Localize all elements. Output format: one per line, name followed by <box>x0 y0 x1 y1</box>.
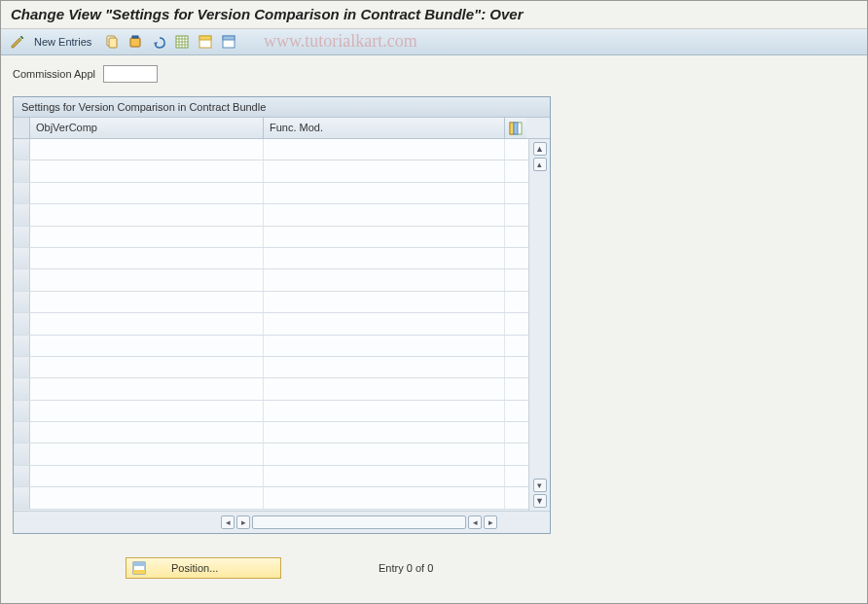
cell-funcmod[interactable] <box>264 336 505 356</box>
table-settings-icon[interactable] <box>505 118 526 138</box>
cell-objvercomp[interactable] <box>30 269 264 290</box>
row-selector[interactable] <box>14 466 30 486</box>
table-row[interactable] <box>14 487 528 509</box>
svg-rect-11 <box>514 123 518 134</box>
cell-funcmod[interactable] <box>264 357 505 377</box>
row-selector[interactable] <box>14 378 30 399</box>
cell-funcmod[interactable] <box>264 422 505 443</box>
cell-objvercomp[interactable] <box>30 487 264 508</box>
hscroll-track[interactable] <box>252 515 466 529</box>
cell-objvercomp[interactable] <box>30 357 264 377</box>
row-selector[interactable] <box>14 139 30 160</box>
row-selector[interactable] <box>14 422 30 443</box>
row-selector[interactable] <box>14 357 30 377</box>
cell-funcmod[interactable] <box>264 466 505 486</box>
row-selector[interactable] <box>14 313 30 334</box>
scroll-left-first-icon[interactable]: ◂ <box>221 515 235 529</box>
cell-funcmod[interactable] <box>264 292 505 312</box>
select-all-column[interactable] <box>14 118 30 138</box>
table-row[interactable] <box>14 139 528 160</box>
cell-funcmod[interactable] <box>264 248 505 268</box>
table-row[interactable] <box>14 422 528 444</box>
row-selector[interactable] <box>14 292 30 312</box>
table-row[interactable] <box>14 160 528 182</box>
svg-rect-13 <box>133 562 145 566</box>
table-row[interactable] <box>14 357 528 378</box>
table-row[interactable] <box>14 227 528 248</box>
cell-objvercomp[interactable] <box>30 160 264 181</box>
row-selector[interactable] <box>14 160 30 181</box>
row-selector[interactable] <box>14 269 30 290</box>
cell-objvercomp[interactable] <box>30 139 264 160</box>
scroll-up-step-icon[interactable]: ▴ <box>533 158 547 171</box>
column-funcmod[interactable]: Func. Mod. <box>264 118 505 138</box>
deselect-all-icon[interactable] <box>220 33 237 51</box>
row-selector[interactable] <box>14 204 30 225</box>
cell-objvercomp[interactable] <box>30 401 264 421</box>
cell-funcmod[interactable] <box>264 313 505 334</box>
cell-objvercomp[interactable] <box>30 466 264 486</box>
cell-funcmod[interactable] <box>264 139 505 160</box>
table-row[interactable] <box>14 292 528 313</box>
copy-as-icon[interactable] <box>103 33 121 51</box>
table-row[interactable] <box>14 269 528 291</box>
cell-funcmod[interactable] <box>264 183 505 203</box>
toggle-edit-icon[interactable] <box>9 33 26 51</box>
column-objvercomp[interactable]: ObjVerComp <box>30 118 264 138</box>
row-selector[interactable] <box>14 183 30 203</box>
cell-funcmod[interactable] <box>264 401 505 421</box>
select-all-icon[interactable] <box>173 33 191 51</box>
cell-funcmod[interactable] <box>264 160 505 181</box>
commission-appl-input[interactable] <box>103 65 158 83</box>
position-label: Position... <box>171 562 218 574</box>
undo-icon[interactable] <box>150 33 167 51</box>
cell-objvercomp[interactable] <box>30 183 264 203</box>
scroll-up-icon[interactable]: ▲ <box>533 142 547 156</box>
row-selector[interactable] <box>14 444 30 464</box>
table-row[interactable] <box>14 183 528 204</box>
cell-funcmod[interactable] <box>264 204 505 225</box>
table-row[interactable] <box>14 248 528 269</box>
cell-objvercomp[interactable] <box>30 313 264 334</box>
position-icon <box>132 561 146 575</box>
scroll-right-icon[interactable]: ◂ <box>468 515 482 529</box>
table-row[interactable] <box>14 336 528 357</box>
row-selector[interactable] <box>14 401 30 421</box>
table-row[interactable] <box>14 313 528 335</box>
table-row[interactable] <box>14 378 528 400</box>
vertical-scrollbar[interactable]: ▲ ▴ ▾ ▼ <box>528 139 550 511</box>
svg-rect-14 <box>133 570 145 574</box>
scroll-left-icon[interactable]: ▸ <box>236 515 250 529</box>
toolbar: New Entries www.tutorialkart.com <box>1 29 867 55</box>
table-row[interactable] <box>14 401 528 422</box>
select-block-icon[interactable] <box>197 33 214 51</box>
horizontal-scrollbar[interactable]: ◂ ▸ ◂ ▸ <box>14 511 550 533</box>
cell-objvercomp[interactable] <box>30 444 264 464</box>
cell-objvercomp[interactable] <box>30 378 264 399</box>
cell-objvercomp[interactable] <box>30 292 264 312</box>
cell-funcmod[interactable] <box>264 378 505 399</box>
delete-icon[interactable] <box>127 33 144 51</box>
table-row[interactable] <box>14 444 528 465</box>
cell-funcmod[interactable] <box>264 227 505 247</box>
table-row[interactable] <box>14 466 528 487</box>
row-selector[interactable] <box>14 248 30 268</box>
position-button[interactable]: Position... <box>126 557 281 579</box>
cell-funcmod[interactable] <box>264 487 505 508</box>
commission-appl-label: Commission Appl <box>13 68 95 80</box>
cell-objvercomp[interactable] <box>30 248 264 268</box>
table-row[interactable] <box>14 204 528 226</box>
cell-objvercomp[interactable] <box>30 227 264 247</box>
scroll-down-step-icon[interactable]: ▾ <box>533 479 547 492</box>
cell-objvercomp[interactable] <box>30 422 264 443</box>
cell-funcmod[interactable] <box>264 269 505 290</box>
new-entries-button[interactable]: New Entries <box>32 36 97 48</box>
scroll-down-icon[interactable]: ▼ <box>533 494 547 508</box>
row-selector[interactable] <box>14 336 30 356</box>
cell-objvercomp[interactable] <box>30 204 264 225</box>
row-selector[interactable] <box>14 487 30 508</box>
cell-funcmod[interactable] <box>264 444 505 464</box>
cell-objvercomp[interactable] <box>30 336 264 356</box>
scroll-right-last-icon[interactable]: ▸ <box>484 515 497 529</box>
row-selector[interactable] <box>14 227 30 247</box>
